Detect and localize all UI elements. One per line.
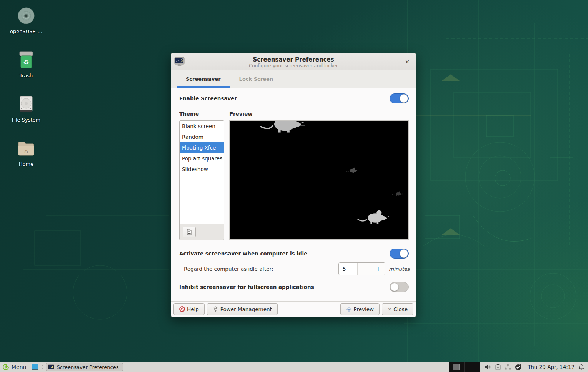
preview-header: Preview <box>229 111 409 117</box>
applications-menu-button[interactable]: Menu <box>0 362 30 372</box>
power-management-button-label: Power Management <box>220 306 272 312</box>
home-folder-icon: ⌂ <box>17 139 36 158</box>
desktop-icon-home[interactable]: ⌂ Home <box>6 139 46 167</box>
window-close-button[interactable]: ✕ <box>403 57 412 67</box>
idle-delay-row: Regard the computer as idle after: 5 − +… <box>179 262 409 275</box>
desktop-icon-label: Home <box>19 161 33 167</box>
theme-item-slideshow[interactable]: Slideshow <box>180 164 224 175</box>
theme-column: Theme Blank screen Random Floating Xfce … <box>179 111 224 240</box>
theme-header: Theme <box>179 111 224 117</box>
theme-preview-columns: Theme Blank screen Random Floating Xfce … <box>179 111 409 240</box>
desktop-icon-opensuse[interactable]: openSUSE-... <box>6 6 46 34</box>
preview-button-label: Preview <box>354 306 374 312</box>
window-subtitle: Configure your screensaver and locker <box>171 63 416 69</box>
theme-item-blank-screen[interactable]: Blank screen <box>180 121 224 132</box>
power-management-button[interactable]: Power Management <box>207 303 278 315</box>
spin-increment-button[interactable]: + <box>371 263 385 275</box>
screensaver-preferences-window: Screensaver Preferences Configure your s… <box>171 53 416 317</box>
help-button-label: Help <box>187 306 199 312</box>
desktop-icon-filesystem[interactable]: File System <box>6 95 46 123</box>
battery-icon[interactable] <box>495 364 501 370</box>
preview-column: Preview <box>229 111 409 240</box>
document-preview-icon <box>186 229 192 235</box>
workspace-2[interactable] <box>465 362 480 372</box>
inhibit-fullscreen-row: Inhibit screensaver for fullscreen appli… <box>179 282 409 292</box>
drive-icon <box>17 95 36 114</box>
workspace-window-thumb <box>453 364 460 370</box>
tab-label: Lock Screen <box>239 76 273 82</box>
tab-lock-screen[interactable]: Lock Screen <box>230 70 282 88</box>
opensuse-gecko-icon <box>2 364 9 370</box>
menu-label: Menu <box>12 364 26 370</box>
volume-icon[interactable] <box>485 364 491 370</box>
enable-screensaver-label: Enable Screensaver <box>179 95 237 102</box>
taskbar-window-label: Screensaver Preferences <box>57 364 118 370</box>
workspace-switcher <box>449 362 480 372</box>
idle-delay-label: Regard the computer as idle after: <box>184 266 338 272</box>
trash-icon: ♻ <box>17 50 36 70</box>
clock[interactable]: Thu 29 Apr, 14:17 <box>525 364 577 370</box>
inhibit-fullscreen-toggle[interactable] <box>390 282 409 292</box>
notifications-bell-button[interactable] <box>577 364 588 370</box>
power-plug-icon <box>213 306 218 312</box>
screensaver-app-icon <box>174 57 185 68</box>
enable-screensaver-row: Enable Screensaver <box>179 93 409 103</box>
desktop-icon-label: Trash <box>20 73 33 78</box>
network-icon[interactable] <box>505 364 511 370</box>
tab-bar: Screensaver Lock Screen <box>171 70 416 88</box>
close-button[interactable]: ✕ Close <box>382 303 413 315</box>
theme-item-floating-xfce[interactable]: Floating Xfce <box>180 142 224 153</box>
workspace-1[interactable] <box>449 362 465 372</box>
desktop-icon <box>32 364 38 370</box>
close-x-icon: ✕ <box>388 307 391 312</box>
idle-delay-spinbox: 5 − + <box>338 262 385 275</box>
activate-when-idle-row: Activate screensaver when computer is id… <box>179 249 409 259</box>
help-lifebuoy-icon <box>179 306 185 312</box>
desktop-icon-label: openSUSE-... <box>10 28 42 34</box>
show-desktop-button[interactable] <box>32 364 38 370</box>
theme-listbox: Blank screen Random Floating Xfce Pop ar… <box>179 120 224 240</box>
svg-text:♻: ♻ <box>23 58 29 66</box>
svg-text:⌂: ⌂ <box>24 148 28 155</box>
window-title: Screensaver Preferences <box>171 56 416 63</box>
enable-screensaver-toggle[interactable] <box>390 93 409 103</box>
updates-check-icon[interactable] <box>515 364 521 370</box>
idle-delay-value[interactable]: 5 <box>339 263 357 275</box>
tab-label: Screensaver <box>186 76 221 82</box>
preview-button[interactable]: Preview <box>340 303 380 315</box>
panel-separator-handle <box>41 363 44 371</box>
close-button-label: Close <box>393 306 408 312</box>
bottom-panel: Menu Screensaver Preferences <box>0 362 588 372</box>
theme-item-random[interactable]: Random <box>180 132 224 142</box>
taskbar-window-button[interactable]: Screensaver Preferences <box>46 363 123 371</box>
close-icon: ✕ <box>405 59 410 65</box>
disc-icon <box>17 6 36 25</box>
theme-item-pop-art-squares[interactable]: Pop art squares <box>180 153 224 164</box>
system-tray: Thu 29 Apr, 14:17 <box>449 362 588 372</box>
bell-icon <box>578 364 584 370</box>
theme-list: Blank screen Random Floating Xfce Pop ar… <box>180 121 224 224</box>
activate-when-idle-label: Activate screensaver when computer is id… <box>179 250 307 257</box>
tray-icons <box>480 364 525 370</box>
inhibit-fullscreen-label: Inhibit screensaver for fullscreen appli… <box>179 284 314 290</box>
desktop-icon-trash[interactable]: ♻ Trash <box>6 50 46 78</box>
dialog-button-bar: Help Power Management Preview <box>171 301 416 317</box>
toggle-knob <box>400 249 408 258</box>
titlebar-text: Screensaver Preferences Configure your s… <box>171 55 416 69</box>
screensaver-tab-content: Enable Screensaver Theme Blank screen Ra… <box>171 88 416 301</box>
screensaver-preview-area <box>229 120 409 240</box>
theme-preview-button[interactable] <box>183 227 196 237</box>
screensaver-task-icon <box>48 364 54 370</box>
floating-xfce-preview-graphic <box>230 121 409 240</box>
window-titlebar[interactable]: Screensaver Preferences Configure your s… <box>171 53 416 70</box>
tab-screensaver[interactable]: Screensaver <box>177 70 230 88</box>
help-button[interactable]: Help <box>173 303 205 315</box>
desktop-icon-label: File System <box>12 117 40 123</box>
idle-delay-unit: minutes <box>389 266 409 272</box>
toggle-knob <box>400 94 408 103</box>
fullscreen-arrows-icon <box>346 306 352 312</box>
spin-decrement-button[interactable]: − <box>357 263 371 275</box>
theme-list-footer <box>180 224 224 240</box>
activate-when-idle-toggle[interactable] <box>390 249 409 259</box>
toggle-knob <box>390 283 399 291</box>
